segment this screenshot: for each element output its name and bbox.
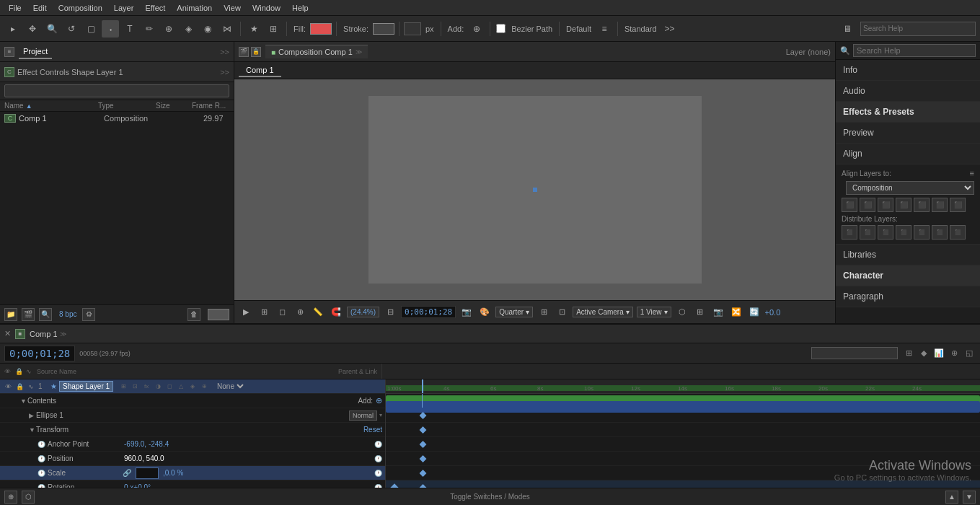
sw-4[interactable]: ◻ xyxy=(164,382,175,392)
align-menu-btn[interactable]: ≡ xyxy=(970,169,974,177)
pos-value[interactable]: 960.0, 540.0 xyxy=(124,454,164,462)
comp-lock-icon[interactable]: 🔒 xyxy=(251,47,261,57)
tool-text[interactable]: T xyxy=(121,20,138,38)
comp-subtab[interactable]: Comp 1 xyxy=(239,64,281,77)
camera-dropdown[interactable]: Active Camera ▾ xyxy=(573,307,633,317)
kf-pos[interactable] xyxy=(420,470,427,477)
sw-5[interactable]: △ xyxy=(176,382,186,392)
libraries-section[interactable]: Libraries xyxy=(836,245,980,265)
prop-contents[interactable]: ▼ Contents Add: ⊕ xyxy=(0,394,385,408)
tool-align-btn[interactable]: ⊞ xyxy=(265,20,282,38)
panel-expand[interactable]: >> xyxy=(220,48,229,56)
paragraph-section[interactable]: Paragraph xyxy=(836,286,980,307)
ctrl-pixel-btn[interactable]: ⊞ xyxy=(537,305,551,320)
audio-section[interactable]: Audio xyxy=(836,81,980,102)
tl-icon-expand[interactable]: ◱ xyxy=(963,347,976,360)
contents-expand[interactable]: ▼ xyxy=(20,398,27,405)
kf-2[interactable] xyxy=(420,426,427,434)
ctrl-render-btn[interactable]: ▶ xyxy=(239,305,253,320)
ellipse-expand[interactable]: ▶ xyxy=(29,412,36,419)
ctrl-grid-btn[interactable]: ⊕ xyxy=(293,305,307,320)
ctrl-snapshot-btn[interactable]: 📷 xyxy=(459,305,474,320)
ctrl-collapse-btn[interactable]: ⊞ xyxy=(693,305,707,320)
ctrl-snap-btn[interactable]: 🧲 xyxy=(329,305,343,320)
align-to-dropdown[interactable]: Composition xyxy=(846,181,974,195)
menu-edit[interactable]: Edit xyxy=(27,2,53,14)
dist-extra-btn[interactable]: ⬛ xyxy=(950,225,966,240)
list-item[interactable]: C Comp 1 Composition 29.97 xyxy=(0,112,234,125)
preview-section[interactable]: Preview xyxy=(836,123,980,144)
tool-zoom[interactable]: 🔍 xyxy=(43,20,61,38)
transform-expand[interactable]: ▼ xyxy=(29,426,36,434)
layer-name[interactable]: Shape Layer 1 xyxy=(59,381,113,392)
prop-position[interactable]: 🕐 Position 960.0, 540.0 🕐 xyxy=(0,452,385,466)
align-center-v-btn[interactable]: ⬛ xyxy=(914,198,930,212)
expand-btn[interactable]: >> xyxy=(661,20,679,38)
prop-anchor-point[interactable]: 🕐 Anchor Point -699.0, -248.4 🕐 xyxy=(0,437,385,452)
layer-star[interactable]: ★ xyxy=(50,382,57,390)
scale-link-icon[interactable]: 🔗 xyxy=(123,469,131,477)
align-top-btn[interactable]: ⬛ xyxy=(896,198,911,212)
tool-rotate[interactable]: ↺ xyxy=(63,20,80,38)
character-section[interactable]: Character xyxy=(836,265,980,286)
tl-icon-ripple[interactable]: ⊞ xyxy=(902,347,915,360)
dist-center-v-btn[interactable]: ⬛ xyxy=(914,225,930,240)
timeline-comp-tab[interactable]: Comp 1 ≫ xyxy=(30,330,66,338)
kf-3[interactable] xyxy=(420,441,427,448)
tl-footer-icon-2[interactable]: ⬡ xyxy=(22,491,35,504)
prop-ellipse[interactable]: ▶ Ellipse 1 Normal ▾ xyxy=(0,408,385,423)
tool-pen[interactable]: ⬩ xyxy=(102,20,119,38)
align-col-btn[interactable]: ⬛ xyxy=(950,198,966,212)
dist-left-btn[interactable]: ⬛ xyxy=(842,225,857,240)
effects-presets-section[interactable]: Effects & Presets xyxy=(836,102,980,123)
kf-scale-diamond[interactable] xyxy=(390,483,398,488)
ctrl-refresh-btn[interactable]: 🔄 xyxy=(747,305,762,320)
ctrl-distort-btn[interactable]: 🔀 xyxy=(729,305,743,320)
sw-7[interactable]: ⊕ xyxy=(199,382,209,392)
timeline-close-btn[interactable]: ✕ xyxy=(4,329,11,338)
bpc-settings-btn[interactable]: ⚙ xyxy=(82,308,95,321)
sw-fx[interactable]: fx xyxy=(141,382,151,392)
effect-panel-expand[interactable]: >> xyxy=(220,68,229,76)
quality-dropdown[interactable]: Quarter ▾ xyxy=(495,307,533,317)
ellipse-mode[interactable]: Normal xyxy=(349,410,377,421)
tl-footer-icon-1[interactable]: ⊕ xyxy=(4,491,17,504)
layer-row-1[interactable]: 👁 🔒 ∿ 1 ★ Shape Layer 1 ⊞ ⊡ fx ◑ xyxy=(0,379,385,394)
ctrl-3d-btn[interactable]: ⬡ xyxy=(675,305,689,320)
bezier-checkbox[interactable] xyxy=(496,24,506,33)
find-btn[interactable]: 🔍 xyxy=(39,308,52,321)
menu-view[interactable]: View xyxy=(218,2,247,14)
layer-vis-btn[interactable]: 👁 xyxy=(3,382,13,392)
align-right-btn[interactable]: ⬛ xyxy=(878,198,893,212)
ctrl-fit-btn[interactable]: ⊟ xyxy=(383,305,397,320)
ctrl-safe-btn[interactable]: ◻ xyxy=(275,305,289,320)
right-search-input[interactable] xyxy=(853,44,976,57)
tool-roto[interactable]: ◉ xyxy=(199,20,216,38)
tl-footer-icon-3[interactable]: ▲ xyxy=(945,491,958,504)
kf-ap[interactable] xyxy=(420,455,427,462)
reset-btn[interactable]: Reset xyxy=(363,426,382,434)
layer-lock-btn[interactable]: 🔒 xyxy=(14,382,25,392)
dist-right-btn[interactable]: ⬛ xyxy=(878,225,893,240)
tl-search-input[interactable] xyxy=(811,347,898,359)
ctrl-camera-tools-btn[interactable]: 📷 xyxy=(711,305,725,320)
sw-1[interactable]: ⊞ xyxy=(118,382,128,392)
tl-footer-icon-4[interactable]: ▼ xyxy=(963,491,976,504)
tl-icon-keyframe[interactable]: ◆ xyxy=(917,347,930,360)
menu-animation[interactable]: Animation xyxy=(171,2,218,14)
sw-3[interactable]: ◑ xyxy=(153,382,163,392)
views-dropdown[interactable]: 1 View ▾ xyxy=(637,307,671,317)
tool-move[interactable]: ✥ xyxy=(24,20,41,38)
sw-6[interactable]: ◈ xyxy=(187,382,198,392)
ctrl-render-region-btn[interactable]: ⊡ xyxy=(555,305,569,320)
zoom-selector[interactable]: (24.4%) xyxy=(347,307,379,317)
dist-bottom-btn[interactable]: ⬛ xyxy=(932,225,948,240)
stroke-color[interactable] xyxy=(373,23,394,35)
new-folder-btn[interactable]: 📁 xyxy=(4,308,17,321)
search-help-input[interactable] xyxy=(860,22,976,36)
prop-rotation[interactable]: 🕐 Rotation 0 x+0.0° 🕐 xyxy=(0,480,385,488)
menu-window[interactable]: Window xyxy=(247,2,286,14)
tool-erase[interactable]: ◈ xyxy=(180,20,197,38)
dist-center-h-btn[interactable]: ⬛ xyxy=(860,225,875,240)
sw-2[interactable]: ⊡ xyxy=(130,382,140,392)
